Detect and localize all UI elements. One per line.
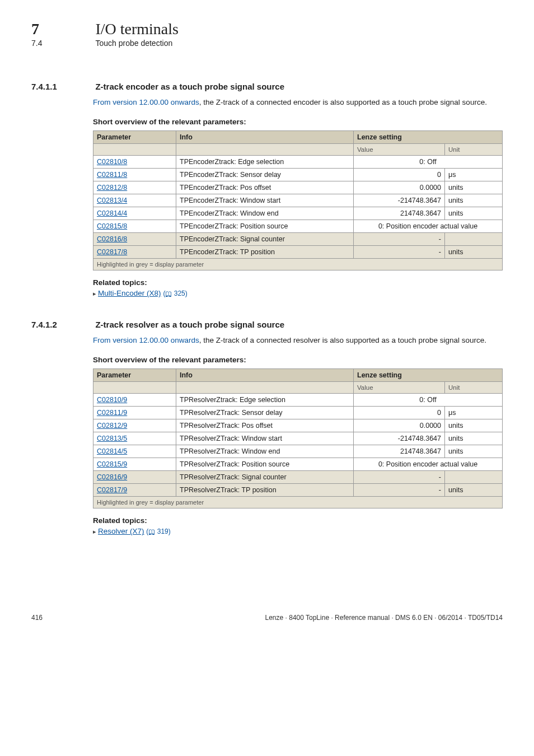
parameter-link[interactable]: C02811/9 — [97, 409, 127, 417]
parameter-link[interactable]: C02817/9 — [97, 486, 127, 494]
col-subheader-unit: Unit — [445, 144, 503, 156]
cell-parameter: C02810/8 — [93, 156, 176, 169]
table-row: C02817/8TPEncoderZTrack: TP position-uni… — [93, 246, 503, 259]
table-foot-row: Highlighted in grey = display parameter — [93, 497, 503, 508]
subheader-blank — [93, 382, 176, 394]
table-foot-row: Highlighted in grey = display parameter — [93, 259, 503, 270]
cell-info: TPEncoderZTrack: TP position — [176, 246, 354, 259]
cell-unit: units — [445, 181, 503, 194]
parameter-link[interactable]: C02814/5 — [97, 447, 127, 455]
parameter-link[interactable]: C02815/9 — [97, 460, 127, 468]
cell-info: TPEncoderZTrack: Window end — [176, 207, 354, 220]
table-row: C02811/9TPResolverZTrack: Sensor delay0μ… — [93, 407, 503, 419]
cell-value: 0.0000 — [354, 419, 445, 432]
table-foot-note: Highlighted in grey = display parameter — [93, 497, 503, 508]
cell-unit: units — [445, 207, 503, 220]
cell-unit: μs — [445, 169, 503, 181]
table-row: C02810/9TPResolverZtrack: Edge selection… — [93, 394, 503, 407]
parameter-link[interactable]: C02815/8 — [97, 222, 127, 230]
related-head: Related topics: — [93, 278, 503, 287]
related-item: Resolver (X7) (🕮 319) — [93, 527, 503, 535]
parameter-link[interactable]: C02816/9 — [97, 473, 127, 481]
cell-unit: μs — [445, 407, 503, 419]
related-link[interactable]: Resolver (X7) — [98, 527, 144, 535]
parameter-link[interactable]: C02813/4 — [97, 197, 127, 204]
cell-info: TPResolverZTrack: Position source — [176, 458, 354, 471]
subsection-heading: 7.4.1.2 Z-track resolver as a touch prob… — [31, 320, 503, 330]
cell-parameter: C02817/8 — [93, 246, 176, 259]
cell-parameter: C02815/8 — [93, 220, 176, 233]
table-row: C02817/9TPResolverZTrack: TP position-un… — [93, 484, 503, 497]
cell-unit: units — [445, 432, 503, 445]
subheader-blank — [176, 382, 354, 394]
table-caption: Short overview of the relevant parameter… — [93, 118, 503, 126]
parameter-link[interactable]: C02811/8 — [97, 171, 127, 179]
cell-parameter: C02810/9 — [93, 394, 176, 407]
body-text: , the Z-track of a connected resolver is… — [199, 336, 486, 344]
section-title: I/O terminals — [95, 20, 179, 38]
table-row: C02810/8TPEncoderZtrack: Edge selection0… — [93, 156, 503, 169]
parameter-link[interactable]: C02812/9 — [97, 422, 127, 430]
subsection-title: Touch probe detection — [95, 39, 172, 48]
col-subheader-unit: Unit — [445, 382, 503, 394]
subsection-heading: 7.4.1.1 Z-track encoder as a touch probe… — [31, 82, 503, 92]
parameter-link[interactable]: C02814/4 — [97, 209, 127, 217]
table-row: C02812/8TPEncoderZTrack: Pos offset0.000… — [93, 181, 503, 194]
book-icon: 🕮 — [165, 290, 172, 298]
cell-value: 0: Position encoder actual value — [354, 458, 503, 471]
cell-unit: units — [445, 246, 503, 259]
cell-unit: units — [445, 194, 503, 207]
body-paragraph: From version 12.00.00 onwards, the Z-tra… — [93, 97, 503, 108]
cell-parameter: C02816/9 — [93, 471, 176, 484]
table-row: C02814/5TPResolverZTrack: Window end2147… — [93, 445, 503, 458]
related-topics: Related topics: Resolver (X7) (🕮 319) — [93, 516, 503, 535]
cell-value: 0 — [354, 169, 445, 181]
parameter-link[interactable]: C02816/8 — [97, 235, 127, 243]
cell-unit — [445, 471, 503, 484]
heading-title: Z-track encoder as a touch probe signal … — [95, 82, 284, 91]
version-note: From version 12.00.00 onwards — [93, 336, 199, 344]
cell-value: 214748.3647 — [354, 207, 445, 220]
cell-parameter: C02811/9 — [93, 407, 176, 419]
cell-info: TPEncoderZTrack: Sensor delay — [176, 169, 354, 181]
page-header: 7 I/O terminals 7.4 Touch probe detectio… — [31, 20, 503, 48]
cell-info: TPResolverZTrack: Window start — [176, 432, 354, 445]
page-footer: 416 Lenze · 8400 TopLine · Reference man… — [31, 614, 503, 622]
parameter-link[interactable]: C02817/8 — [97, 248, 127, 256]
col-header-info: Info — [176, 369, 354, 382]
book-icon: 🕮 — [148, 528, 155, 536]
version-note: From version 12.00.00 onwards — [93, 98, 199, 106]
cell-parameter: C02811/8 — [93, 169, 176, 181]
parameter-table: Parameter Info Lenze setting Value Unit … — [93, 130, 503, 270]
cell-value: 0: Off — [354, 394, 503, 407]
cell-parameter: C02814/5 — [93, 445, 176, 458]
cell-info: TPResolverZTrack: Pos offset — [176, 419, 354, 432]
table-row: C02816/9TPResolverZTrack: Signal counter… — [93, 471, 503, 484]
parameter-table: Parameter Info Lenze setting Value Unit … — [93, 368, 503, 508]
cell-info: TPResolverZTrack: TP position — [176, 484, 354, 497]
section-number: 7 — [31, 20, 93, 38]
related-link[interactable]: Multi-Encoder (X8) — [98, 289, 161, 297]
cell-value: -214748.3647 — [354, 194, 445, 207]
parameter-link[interactable]: C02812/8 — [97, 184, 127, 192]
parameter-link[interactable]: C02810/9 — [97, 396, 127, 404]
col-header-parameter: Parameter — [93, 131, 176, 144]
related-page: 319 — [157, 528, 168, 535]
parameter-link[interactable]: C02813/5 — [97, 435, 127, 442]
table-caption: Short overview of the relevant parameter… — [93, 356, 503, 364]
table-foot-note: Highlighted in grey = display parameter — [93, 259, 503, 270]
subsection-number: 7.4 — [31, 39, 93, 48]
col-header-info: Info — [176, 131, 354, 144]
related-item: Multi-Encoder (X8) (🕮 325) — [93, 289, 503, 297]
col-header-setting: Lenze setting — [354, 131, 503, 144]
parameter-link[interactable]: C02810/8 — [97, 158, 127, 166]
table-row: C02813/4TPEncoderZTrack: Window start-21… — [93, 194, 503, 207]
cell-value: - — [354, 484, 445, 497]
cell-parameter: C02815/9 — [93, 458, 176, 471]
cell-info: TPResolverZTrack: Sensor delay — [176, 407, 354, 419]
col-subheader-value: Value — [354, 144, 445, 156]
cell-value: - — [354, 246, 445, 259]
footer-reference: Lenze · 8400 TopLine · Reference manual … — [265, 614, 503, 622]
related-head: Related topics: — [93, 516, 503, 525]
cell-value: - — [354, 233, 445, 246]
